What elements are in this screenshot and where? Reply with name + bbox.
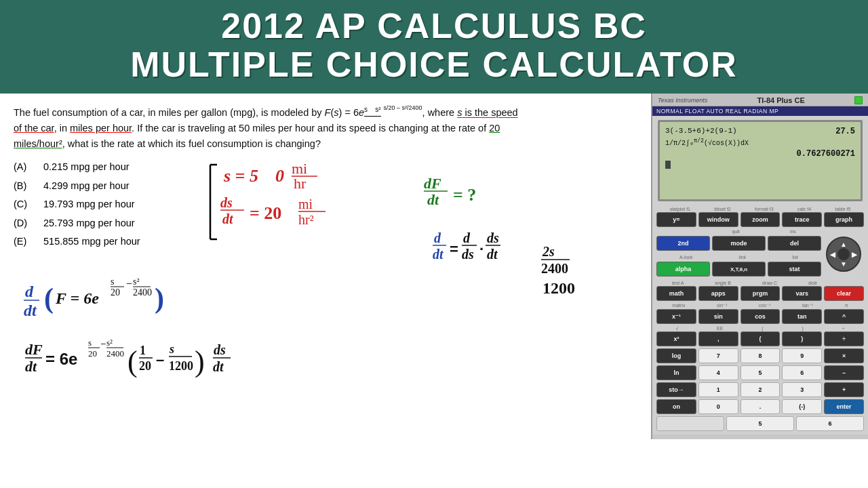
choice-c: (C) 19.793 mpg per hour: [14, 195, 637, 214]
key-decimal[interactable]: .: [741, 399, 781, 414]
row1-labels: quit ins: [656, 229, 821, 234]
key-graph[interactable]: graph: [824, 212, 864, 227]
key-zoom[interactable]: zoom: [741, 212, 781, 227]
key-bottom-5[interactable]: 5: [726, 416, 794, 431]
key-bottom-6[interactable]: 6: [796, 416, 864, 431]
ti-mode-bar: NORMAL FLOAT AUTO REAL RADIAN MP: [652, 106, 868, 116]
nav-up-arrow[interactable]: ▲: [840, 241, 847, 248]
svg-text:(: (: [44, 283, 54, 314]
header-line2: MULTIPLE CHOICE CALCULATOR: [14, 45, 854, 84]
key-negate[interactable]: (-): [782, 399, 822, 414]
key-minus[interactable]: –: [824, 365, 864, 380]
key-multiply[interactable]: ×: [824, 348, 864, 363]
svg-text:s: s: [111, 277, 114, 287]
key-cos[interactable]: cos: [741, 309, 781, 324]
header: 2012 AP CALCULUS BC MULTIPLE CHOICE CALC…: [0, 0, 868, 94]
key-4[interactable]: 4: [698, 365, 738, 380]
key-7[interactable]: 7: [698, 348, 738, 363]
row7-keys: ln 4 5 6 –: [656, 365, 864, 380]
key-x-squared[interactable]: x²: [656, 331, 696, 346]
key-apps[interactable]: apps: [698, 286, 738, 301]
key-6[interactable]: 6: [782, 365, 822, 380]
ti84-header: Texas Instruments TI-84 Plus CE: [652, 94, 868, 106]
key-y-equals[interactable]: y=: [656, 212, 696, 227]
svg-text:1200: 1200: [542, 279, 575, 297]
svg-text:F = 6e: F = 6e: [55, 289, 99, 307]
row8-keys: sto→ 1 2 3 +: [656, 382, 864, 397]
key-clear[interactable]: clear: [824, 286, 864, 301]
key-ln[interactable]: ln: [656, 365, 696, 380]
key-trace[interactable]: trace: [782, 212, 822, 227]
key-math[interactable]: math: [656, 286, 696, 301]
key-sto[interactable]: sto→: [656, 382, 696, 397]
choice-e: (E) 515.855 mpg per hour: [14, 232, 637, 251]
choices-list: (A) 0.215 mpg per hour (B) 4.299 mpg per…: [14, 158, 637, 251]
key-divide[interactable]: ÷: [824, 331, 864, 346]
nav-left-arrow[interactable]: ◀: [830, 250, 835, 258]
nav-cluster[interactable]: ▲ ▼ ◀ ▶: [826, 237, 861, 272]
key-0[interactable]: 0: [698, 399, 738, 414]
calculator-panel: Texas Instruments TI-84 Plus CE NORMAL F…: [651, 94, 868, 439]
key-8[interactable]: 8: [741, 348, 781, 363]
row3-labels: test A angle B draw C distr: [656, 281, 864, 285]
choice-a: (A) 0.215 mpg per hour: [14, 158, 637, 177]
svg-text:20: 20: [111, 287, 120, 298]
screen-expr-1: 3(-3.5+6)+2(9-1): [665, 126, 737, 138]
ti-model: TI-84 Plus CE: [757, 96, 804, 104]
svg-text:dt: dt: [213, 359, 224, 374]
svg-text:2400: 2400: [106, 348, 124, 359]
key-enter[interactable]: enter: [824, 399, 864, 414]
choice-text-a: 0.215 mpg per hour: [43, 158, 130, 177]
svg-text:–: –: [127, 278, 132, 288]
key-del[interactable]: del: [768, 236, 821, 251]
key-9[interactable]: 9: [782, 348, 822, 363]
svg-text:1200: 1200: [169, 359, 193, 373]
row10-keys: 5 6: [656, 416, 864, 431]
variable-s: s: [334, 108, 338, 119]
row5-keys: x² , ( ) ÷: [656, 331, 864, 346]
key-open-paren[interactable]: (: [741, 331, 781, 346]
key-prgm[interactable]: prgm: [741, 286, 781, 301]
key-x-t-theta-n[interactable]: X,T,θ,n: [712, 262, 766, 277]
key-close-paren[interactable]: ): [782, 331, 822, 346]
nav-down-arrow[interactable]: ▼: [840, 260, 847, 268]
row1-keys: 2nd mode del: [656, 236, 821, 251]
key-2nd[interactable]: 2nd: [656, 236, 710, 251]
key-stat[interactable]: stat: [768, 262, 821, 277]
key-5[interactable]: 5: [741, 365, 781, 380]
row3-keys: math apps prgm vars clear: [656, 286, 864, 301]
key-mode[interactable]: mode: [712, 236, 766, 251]
choice-text-d: 25.793 mpg per hour: [43, 214, 135, 233]
cursor: [665, 161, 671, 169]
key-comma[interactable]: ,: [698, 331, 738, 346]
key-plus[interactable]: +: [824, 382, 864, 397]
svg-text:d: d: [25, 283, 34, 300]
key-2[interactable]: 2: [741, 382, 781, 397]
keypad: statplot f1 tblset f2 format f3 calc f4 …: [652, 205, 868, 434]
choice-letter-a: (A): [14, 158, 33, 177]
key-caret[interactable]: ^: [824, 309, 864, 324]
unit-definition: miles per hour: [70, 123, 132, 134]
key-log[interactable]: log: [656, 348, 696, 363]
key-window[interactable]: window: [698, 212, 738, 227]
screen-line-3: 0.7627600271: [665, 148, 855, 160]
key-alpha[interactable]: alpha: [656, 262, 710, 277]
nav-right-arrow[interactable]: ▶: [852, 250, 857, 258]
svg-text:ds: ds: [214, 342, 226, 357]
key-bottom-4[interactable]: [656, 416, 724, 431]
choice-d: (D) 25.793 mpg per hour: [14, 214, 637, 233]
key-on[interactable]: on: [656, 399, 696, 414]
key-sin[interactable]: sin: [698, 309, 738, 324]
svg-text:dt: dt: [25, 358, 37, 375]
nav-center-button[interactable]: [837, 248, 850, 260]
row9-keys: on 0 . (-) enter: [656, 399, 864, 414]
key-vars[interactable]: vars: [782, 286, 822, 301]
ti84-calculator: Texas Instruments TI-84 Plus CE NORMAL F…: [652, 94, 868, 434]
svg-text:s: s: [169, 342, 174, 356]
key-inverse[interactable]: x⁻¹: [656, 309, 696, 324]
screen-line-1: 3(-3.5+6)+2(9-1) 27.5: [665, 126, 855, 138]
key-tan[interactable]: tan: [782, 309, 822, 324]
key-3[interactable]: 3: [782, 382, 822, 397]
key-1[interactable]: 1: [698, 382, 738, 397]
svg-text:= 6e: = 6e: [45, 350, 77, 368]
